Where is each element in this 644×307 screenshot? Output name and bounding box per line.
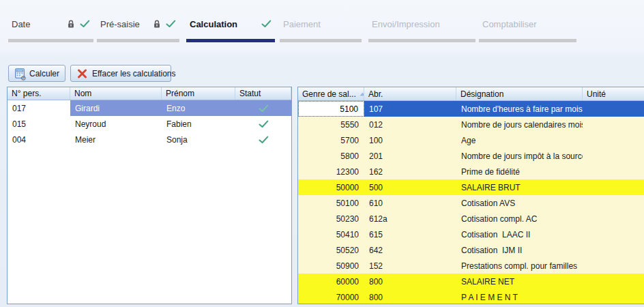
tab-calculation[interactable]: Calculation bbox=[186, 16, 275, 42]
salary-row[interactable]: 50410 615 Cotisation LAAC II bbox=[298, 226, 644, 242]
cell-abr: 615 bbox=[364, 226, 456, 242]
salary-row[interactable]: 5800 201 Nombre de jours impôt à la sour… bbox=[298, 148, 644, 164]
cell-unit bbox=[583, 258, 644, 274]
cell-num: 004 bbox=[8, 132, 70, 147]
cell-abr: 642 bbox=[364, 242, 456, 258]
tab-calculation-label: Calculation bbox=[190, 19, 237, 29]
salary-types-table: Genre de sal... Abr. Désignation Unité 5… bbox=[297, 87, 644, 304]
tab-paiement[interactable]: Paiement bbox=[280, 16, 362, 42]
salary-row[interactable]: 50520 642 Cotisation IJM II bbox=[298, 242, 644, 258]
column-header-prenom[interactable]: Prénom bbox=[162, 87, 235, 100]
cell-unit bbox=[583, 132, 644, 148]
employee-row[interactable]: 015 Neyroud Fabien bbox=[8, 116, 291, 132]
employee-row[interactable]: 004 Meier Sonja bbox=[8, 132, 291, 147]
calculate-button[interactable]: ⚙ Calculer bbox=[8, 65, 65, 82]
salary-row[interactable]: 5550 012 Nombre de jours calendaires moi… bbox=[298, 117, 644, 132]
clear-calculations-button[interactable]: Effacer les calculations bbox=[70, 65, 171, 82]
calculator-icon: ⚙ bbox=[15, 68, 25, 79]
cell-unit bbox=[583, 195, 644, 211]
column-header-nom[interactable]: Nom bbox=[70, 87, 162, 100]
cell-abr: 800 bbox=[364, 274, 456, 289]
lock-icon bbox=[67, 20, 75, 29]
lock-icon bbox=[153, 20, 161, 29]
cell-num: 015 bbox=[8, 116, 70, 132]
tab-paiement-label: Paiement bbox=[283, 19, 321, 29]
cell-unit bbox=[583, 211, 644, 226]
column-header-statut[interactable]: Statut bbox=[235, 87, 291, 100]
salary-row-salaire-brut[interactable]: 50000 500 SALAIRE BRUT bbox=[298, 179, 644, 195]
salary-row[interactable]: 12300 162 Prime de fidélité bbox=[298, 164, 644, 179]
cell-code: 5700 bbox=[298, 132, 364, 148]
cell-designation: SALAIRE BRUT bbox=[456, 179, 583, 195]
salary-row[interactable]: 5100 107 Nombre d'heures à faire par moi… bbox=[298, 101, 644, 117]
cell-unit bbox=[583, 242, 644, 258]
cell-designation: Nombre de jours impôt à la source bbox=[456, 148, 583, 164]
column-header-designation[interactable]: Désignation bbox=[456, 87, 583, 100]
cell-code: 5800 bbox=[298, 148, 364, 164]
sort-ascending-icon bbox=[360, 92, 364, 96]
cell-abr: 012 bbox=[364, 117, 456, 132]
cell-code: 5550 bbox=[298, 117, 364, 132]
cell-designation: P A I E M E N T bbox=[456, 289, 583, 304]
employees-table-header: N° pers. Nom Prénom Statut bbox=[8, 87, 291, 100]
salary-row[interactable]: 5700 100 Age bbox=[298, 132, 644, 148]
salary-row[interactable]: 50230 612a Cotisation compl. AC bbox=[298, 211, 644, 226]
cell-num: 017 bbox=[8, 100, 70, 116]
salary-row-paiement[interactable]: 70000 800 P A I E M E N T bbox=[298, 289, 644, 304]
cell-code: 50000 bbox=[298, 179, 364, 195]
check-icon bbox=[261, 20, 272, 28]
tab-underline bbox=[8, 39, 93, 42]
salary-table-header: Genre de sal... Abr. Désignation Unité bbox=[298, 87, 644, 101]
tab-underline bbox=[368, 39, 475, 42]
tab-comptabiliser[interactable]: Comptabiliser bbox=[479, 16, 576, 42]
cell-code-focused[interactable]: 5100 bbox=[298, 101, 364, 117]
cell-unit bbox=[583, 148, 644, 164]
cell-designation: Cotisation LAAC II bbox=[456, 226, 583, 242]
check-icon bbox=[166, 20, 176, 28]
cell-abr: 152 bbox=[364, 258, 456, 274]
cell-abr: 100 bbox=[364, 132, 456, 148]
employee-row[interactable]: 017 Girardi Enzo bbox=[8, 100, 291, 116]
cell-code: 60000 bbox=[298, 274, 364, 289]
cell-abr: 500 bbox=[364, 179, 456, 195]
salary-row[interactable]: 50900 152 Prestations compl. pour famill… bbox=[298, 258, 644, 274]
salary-row-salaire-net[interactable]: 60000 800 SALAIRE NET bbox=[298, 274, 644, 289]
cell-last-name: Girardi bbox=[70, 100, 162, 116]
tab-date[interactable]: Date bbox=[8, 16, 93, 42]
cell-abr: 107 bbox=[364, 101, 456, 117]
tab-envoi-impression[interactable]: Envoi/Impression bbox=[368, 16, 475, 42]
gear-icon: ⚙ bbox=[20, 75, 27, 82]
cell-unit bbox=[583, 226, 644, 242]
column-header-genre-de-salaire[interactable]: Genre de sal... bbox=[298, 87, 364, 100]
check-icon bbox=[259, 136, 269, 144]
salary-row[interactable]: 50100 610 Cotisation AVS bbox=[298, 195, 644, 211]
column-header-abr[interactable]: Abr. bbox=[364, 87, 456, 100]
tab-underline bbox=[97, 39, 179, 42]
check-icon bbox=[80, 20, 90, 28]
check-icon bbox=[259, 104, 269, 113]
payroll-wizard-screen: { "wizard_tabs": [ { "label": "Date", "s… bbox=[0, 0, 644, 307]
column-header-unite[interactable]: Unité bbox=[583, 87, 644, 100]
tab-underline bbox=[479, 39, 576, 42]
cell-abr: 612a bbox=[364, 211, 456, 226]
cell-unit bbox=[583, 164, 644, 179]
cell-status bbox=[235, 132, 291, 147]
cell-designation: Cotisation IJM II bbox=[456, 242, 583, 258]
cell-designation: Cotisation AVS bbox=[456, 195, 583, 211]
cell-status bbox=[235, 100, 291, 116]
cell-last-name: Meier bbox=[70, 132, 162, 147]
cell-abr: 610 bbox=[364, 195, 456, 211]
tab-pre-saisie-label: Pré-saisie bbox=[100, 19, 140, 29]
tab-pre-saisie[interactable]: Pré-saisie bbox=[97, 16, 179, 42]
cell-abr: 800 bbox=[364, 289, 456, 304]
cell-code: 70000 bbox=[298, 289, 364, 304]
column-header-num-pers[interactable]: N° pers. bbox=[8, 87, 70, 100]
cell-designation: Age bbox=[456, 132, 583, 148]
red-x-icon bbox=[77, 69, 87, 78]
cell-unit bbox=[583, 289, 644, 304]
cell-designation: Prime de fidélité bbox=[456, 164, 583, 179]
cell-code: 50100 bbox=[298, 195, 364, 211]
tab-underline-active bbox=[186, 39, 275, 42]
cell-first-name: Fabien bbox=[162, 116, 235, 132]
cell-designation: Nombre d'heures à faire par mois bbox=[456, 101, 583, 117]
